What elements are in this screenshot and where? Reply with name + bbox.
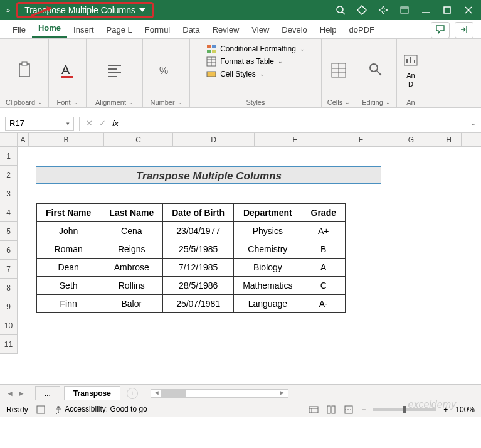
formula-input[interactable] <box>125 117 466 131</box>
cell[interactable]: Language <box>234 295 302 313</box>
launcher-icon[interactable]: ⌄ <box>129 99 134 105</box>
row-header[interactable]: 5 <box>0 222 18 241</box>
cell[interactable]: John <box>37 222 100 240</box>
macro-icon[interactable] <box>36 405 46 415</box>
tab-formulas[interactable]: Formul <box>139 21 176 38</box>
cell-styles-button[interactable]: Cell Styles ⌄ <box>206 69 265 79</box>
launcher-icon[interactable]: ⌄ <box>386 99 391 105</box>
cell[interactable]: A- <box>302 295 345 313</box>
col-header-a[interactable]: A <box>18 133 29 146</box>
header-department[interactable]: Department <box>234 204 302 222</box>
zoom-out[interactable]: − <box>361 405 366 414</box>
scrollbar-thumb[interactable] <box>161 390 186 397</box>
cell[interactable]: Biology <box>234 259 302 277</box>
tab-insert[interactable]: Insert <box>67 21 100 38</box>
cell[interactable]: A <box>302 259 345 277</box>
tab-review[interactable]: Review <box>206 21 246 38</box>
cell[interactable]: Reigns <box>100 240 163 259</box>
header-grade[interactable]: Grade <box>302 204 345 222</box>
share-button[interactable] <box>455 22 473 38</box>
row-header[interactable]: 9 <box>0 297 18 316</box>
col-header-e[interactable]: E <box>255 133 336 146</box>
tab-developer[interactable]: Develo <box>275 21 313 38</box>
cell[interactable]: Rollins <box>100 277 163 295</box>
window-icon[interactable] <box>399 5 410 15</box>
row-header[interactable]: 7 <box>0 260 18 279</box>
analyze-icon[interactable] <box>402 53 420 70</box>
tab-data[interactable]: Data <box>176 21 206 38</box>
format-as-table-button[interactable]: Format as Table ⌄ <box>206 56 283 67</box>
tab-view[interactable]: View <box>245 21 275 38</box>
row-header[interactable]: 4 <box>0 203 18 222</box>
font-icon[interactable]: A <box>59 61 77 79</box>
minimize-icon[interactable] <box>421 5 431 15</box>
name-box[interactable]: R17 ▾ <box>5 117 74 131</box>
row-header[interactable]: 8 <box>0 279 18 297</box>
sheet-tab-transpose[interactable]: Transpose <box>64 386 120 400</box>
row-header[interactable]: 3 <box>0 184 18 203</box>
filename-dropdown[interactable]: Transpose Multiple Columns <box>16 2 154 18</box>
cancel-icon[interactable]: ✕ <box>86 119 93 128</box>
tab-file[interactable]: File <box>6 21 32 38</box>
alignment-icon[interactable] <box>106 61 124 79</box>
cell[interactable]: Seth <box>37 277 100 295</box>
cell[interactable]: 23/04/1977 <box>163 222 234 240</box>
row-header[interactable]: 6 <box>0 241 18 260</box>
header-lastname[interactable]: Last Name <box>100 204 163 222</box>
col-header-b[interactable]: B <box>29 133 104 146</box>
sheet-title[interactable]: Transpose Multiple Columns <box>36 166 381 184</box>
cells-icon[interactable] <box>330 61 347 79</box>
row-header[interactable]: 11 <box>0 335 18 354</box>
grid-content[interactable]: Transpose Multiple Columns First Name La… <box>18 147 481 384</box>
tab-page-layout[interactable]: Page L <box>100 21 139 38</box>
page-break-view-icon[interactable] <box>344 405 354 415</box>
sheet-nav-prev[interactable]: ◄ <box>6 389 14 398</box>
add-sheet-button[interactable]: + <box>127 388 138 399</box>
launcher-icon[interactable]: ⌄ <box>73 99 78 105</box>
select-all-corner[interactable] <box>0 133 18 146</box>
cell[interactable]: Mathematics <box>234 277 302 295</box>
number-icon[interactable]: % <box>157 61 175 79</box>
horizontal-scrollbar[interactable]: ◄ ► <box>151 389 288 398</box>
zoom-slider[interactable] <box>373 408 436 411</box>
col-header-d[interactable]: D <box>173 133 255 146</box>
maximize-icon[interactable] <box>442 5 452 15</box>
close-icon[interactable] <box>463 5 473 15</box>
launcher-icon[interactable]: ⌄ <box>177 99 182 105</box>
col-header-h[interactable]: H <box>436 133 462 146</box>
tab-dopdf[interactable]: doPDF <box>343 21 381 38</box>
cell[interactable]: Physics <box>234 222 302 240</box>
cell[interactable]: 7/12/1985 <box>163 259 234 277</box>
normal-view-icon[interactable] <box>309 405 319 415</box>
chevron-down-icon[interactable]: ▾ <box>66 120 70 127</box>
cell[interactable]: B <box>302 240 345 259</box>
comments-button[interactable] <box>431 22 450 38</box>
tab-help[interactable]: Help <box>314 21 343 38</box>
launcher-icon[interactable]: ⌄ <box>345 99 350 105</box>
conditional-formatting-button[interactable]: Conditional Formatting ⌄ <box>206 44 305 54</box>
sparkle-icon[interactable] <box>378 5 388 15</box>
cell[interactable]: Cena <box>100 222 163 240</box>
col-header-f[interactable]: F <box>336 133 386 146</box>
cell[interactable]: Balor <box>100 295 163 313</box>
zoom-in[interactable]: + <box>443 405 448 414</box>
zoom-thumb[interactable] <box>403 406 406 413</box>
zoom-level[interactable]: 100% <box>455 405 475 414</box>
row-header[interactable]: 2 <box>0 166 18 184</box>
page-layout-view-icon[interactable] <box>326 405 336 415</box>
cell[interactable]: Dean <box>37 259 100 277</box>
cell[interactable]: Ambrose <box>100 259 163 277</box>
cell[interactable]: 25/5/1985 <box>163 240 234 259</box>
col-header-c[interactable]: C <box>104 133 173 146</box>
cell[interactable]: A+ <box>302 222 345 240</box>
diamond-icon[interactable] <box>357 5 367 15</box>
cell[interactable]: Finn <box>37 295 100 313</box>
search-icon[interactable] <box>336 5 346 15</box>
sheet-nav-next[interactable]: ► <box>18 389 25 398</box>
cell[interactable]: C <box>302 277 345 295</box>
spreadsheet[interactable]: A B C D E F G H 1 2 3 4 5 6 7 8 9 10 11 … <box>0 133 481 384</box>
sheet-tab-dots[interactable]: ... <box>35 386 60 400</box>
header-firstname[interactable]: First Name <box>37 204 100 222</box>
cell[interactable]: 28/5/1986 <box>163 277 234 295</box>
cell[interactable]: 25/07/1981 <box>163 295 234 313</box>
